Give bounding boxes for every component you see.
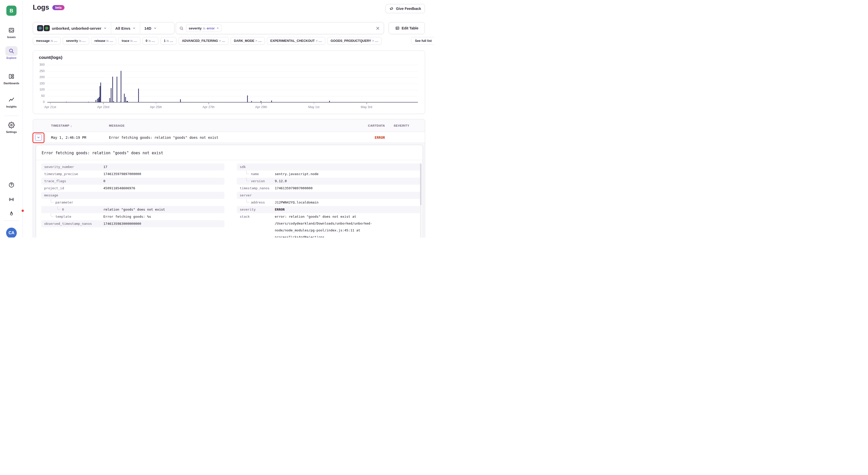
- filter-chips-row: messageis...severityis...releaseis...tra…: [33, 37, 382, 45]
- filter-chip-1[interactable]: 1is...: [160, 37, 177, 45]
- detail-row-address: addressJ12PWN42YQ.localdomain: [237, 199, 421, 206]
- column-header-severity[interactable]: SEVERITY: [394, 119, 409, 132]
- sort-descending-icon: ↓: [70, 124, 72, 128]
- y-axis-tick-label: 150: [34, 82, 45, 85]
- token-value: error: [207, 26, 215, 30]
- log-table-row[interactable]: May 1, 2:46:19 PM Error fetching goods: …: [33, 132, 425, 143]
- chart-bar: [121, 71, 121, 102]
- chip-key: GOODS_PRODUCTQUERY: [331, 39, 371, 43]
- column-header-cartdata[interactable]: CARTDATA: [368, 119, 385, 132]
- sidebar-item-label: Settings: [0, 130, 23, 133]
- detail-key: severity_number: [41, 163, 103, 170]
- filter-chip-experimental_checkout[interactable]: EXPERIMENTAL_CHECKOUT>...: [267, 37, 325, 45]
- give-feedback-button[interactable]: Give Feedback: [385, 4, 425, 13]
- environment-selector[interactable]: All Envs: [111, 22, 140, 34]
- main-content: Logs beta Give Feedback unborked, un: [23, 0, 434, 238]
- filter-chip-release[interactable]: releaseis...: [91, 37, 117, 45]
- detail-value: J12PWN42YQ.localdomain: [275, 199, 381, 206]
- help-button[interactable]: [0, 182, 23, 189]
- x-axis-tick: [156, 103, 156, 104]
- sidebar-item-label: Explore: [0, 56, 23, 59]
- megaphone-icon: [389, 6, 394, 11]
- chip-operator: is: [106, 39, 109, 43]
- broadcast-button[interactable]: [0, 196, 23, 204]
- date-range-selector[interactable]: 14D: [140, 22, 161, 34]
- search-input[interactable]: severity is error ×: [176, 22, 384, 34]
- user-avatar[interactable]: CA: [6, 228, 17, 238]
- chart-bar: [124, 94, 125, 102]
- detail-key: severity: [237, 206, 275, 213]
- whats-new-button[interactable]: [0, 211, 23, 218]
- chevron-down-icon: [37, 135, 40, 139]
- chart-bar: [97, 99, 98, 102]
- chip-operator: is: [79, 39, 81, 43]
- detail-scrollbar-thumb[interactable]: [420, 163, 422, 205]
- search-token[interactable]: severity is error ×: [186, 24, 221, 32]
- tree-connector: [57, 206, 60, 210]
- row-severity: ERROR: [375, 132, 385, 143]
- detail-attributes-right: sdknamesentry.javascript.nodeversion9.12…: [237, 163, 421, 238]
- filter-chip-0[interactable]: 0is...: [143, 37, 158, 45]
- x-axis-tick-label: Apr 21st: [39, 105, 62, 109]
- org-logo[interactable]: B: [6, 6, 17, 16]
- sidebar-item-settings[interactable]: Settings: [0, 120, 23, 133]
- sidebar-item-insights[interactable]: Insights: [0, 95, 23, 108]
- column-header-message[interactable]: MESSAGE: [109, 119, 125, 132]
- chip-ellipsis: ...: [82, 39, 86, 43]
- clear-search-button[interactable]: [375, 26, 380, 31]
- x-axis-tick-label: Apr 23rd: [92, 105, 115, 109]
- chip-ellipsis: ...: [258, 39, 261, 43]
- x-axis-tick-label: Apr 25th: [145, 105, 167, 109]
- chip-ellipsis: ...: [133, 39, 137, 43]
- chart-title: count(logs): [39, 55, 62, 60]
- chart-bar: [251, 101, 252, 102]
- chip-key: release: [94, 39, 105, 43]
- chip-key: trace: [122, 39, 129, 43]
- detail-row-project_id: project_id4509118548606976: [41, 185, 224, 192]
- tree-connector: [246, 178, 249, 181]
- see-full-list-button[interactable]: See full list: [411, 37, 434, 45]
- chip-operator: is: [149, 39, 151, 43]
- edit-table-button[interactable]: Edit Table: [389, 22, 425, 34]
- chart-bar: [66, 102, 67, 102]
- column-header-timestamp[interactable]: TIMESTAMP ↓: [51, 119, 72, 132]
- detail-row-sdk: sdk: [237, 163, 421, 171]
- chart-gridline: [47, 77, 418, 78]
- filter-chip-trace[interactable]: traceis...: [118, 37, 140, 45]
- sidebar-item-label: Dashboards: [0, 82, 23, 85]
- chart-bar: [100, 82, 101, 102]
- row-message: Error fetching goods: relation "goods" d…: [109, 132, 218, 143]
- token-remove-icon[interactable]: ×: [217, 26, 219, 30]
- filter-chip-dark_mode[interactable]: DARK_MODE>...: [230, 37, 265, 45]
- chart-bar: [180, 99, 181, 102]
- y-axis-tick-label: 100: [34, 88, 45, 91]
- tree-connector: [51, 199, 54, 202]
- detail-key: timestamp_nanos: [237, 185, 275, 192]
- sidebar-item-dashboards[interactable]: Dashboards: [0, 72, 23, 85]
- filter-chip-goods_productquery[interactable]: GOODS_PRODUCTQUERY>...: [327, 37, 382, 45]
- expand-row-button[interactable]: [35, 134, 42, 141]
- detail-key: server: [237, 192, 275, 199]
- chart-bar: [110, 98, 110, 102]
- sidebar-item-explore[interactable]: Explore: [0, 46, 23, 59]
- filter-chip-message[interactable]: messageis...: [33, 37, 61, 45]
- broadcast-icon: [8, 196, 15, 204]
- search-icon: [5, 46, 18, 56]
- detail-value: 0: [103, 178, 105, 184]
- detail-key: stack: [237, 213, 275, 220]
- tree-connector: [51, 213, 54, 217]
- project-selector[interactable]: unborked, unborked-server: [33, 22, 111, 34]
- y-axis-tick-label: 200: [34, 75, 45, 79]
- x-axis-tick-label: Apr 29th: [250, 105, 273, 109]
- detail-row-0: 0relation "goods" does not exist: [41, 206, 224, 213]
- chip-operator: >: [255, 39, 257, 43]
- filter-chip-severity[interactable]: severityis...: [63, 37, 89, 45]
- node-project-icon: [44, 25, 50, 31]
- give-feedback-label: Give Feedback: [396, 7, 421, 11]
- sidebar-item-issues[interactable]: Issues: [0, 25, 23, 39]
- filter-chip-advanced_filtering[interactable]: ADVANCED_FILTERING>...: [179, 37, 228, 45]
- detail-key: message: [41, 192, 103, 199]
- detail-value: sentry.javascript.node: [275, 171, 381, 177]
- y-axis-tick-label: 250: [34, 69, 45, 73]
- chip-key: ADVANCED_FILTERING: [182, 39, 218, 43]
